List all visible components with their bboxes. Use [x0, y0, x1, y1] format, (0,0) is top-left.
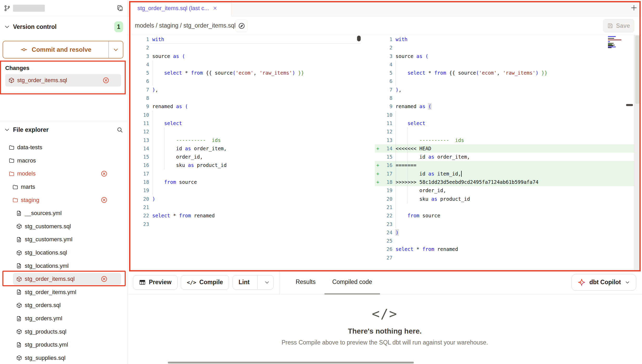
file-tree-item-marts[interactable]: marts — [0, 180, 127, 194]
file-tree-item--sources-yml[interactable]: __sources.yml — [0, 207, 127, 220]
code-line-20[interactable]: 20 sku as product_id — [375, 195, 634, 203]
commit-and-resolve-button[interactable]: Commit and resolve — [3, 41, 123, 58]
code-line-21[interactable]: 21 — [129, 203, 360, 211]
code-line-18[interactable]: +18>>>>>>> 58c1dd23d5eebd9cd2495fa7124ab… — [375, 178, 634, 186]
file-tree-item-data-tests[interactable]: data-tests — [0, 141, 127, 154]
file-tree-item-macros[interactable]: macros — [0, 154, 127, 167]
file-tree-item-stg-customers-sql[interactable]: stg_customers.sql — [0, 220, 127, 233]
dbt-copilot-button[interactable]: dbt Copilot — [571, 274, 636, 291]
file-tree-item-staging[interactable]: staging — [0, 193, 127, 207]
compile-button[interactable]: </> Compile — [181, 275, 229, 290]
code-line-3[interactable]: 3source as ( — [375, 52, 634, 60]
tab-results[interactable]: Results — [289, 270, 322, 294]
tab-compiled-code[interactable]: Compiled code — [325, 270, 380, 294]
diff-left-pane[interactable]: 1with23source as (45 select * from {{ so… — [129, 35, 360, 270]
save-button[interactable]: Save — [603, 19, 634, 32]
code-line-5[interactable]: 5 select * from {{ source('ecom', 'raw_i… — [129, 69, 360, 77]
horizontal-scrollbar[interactable] — [168, 362, 414, 363]
code-line-27[interactable]: 27 — [375, 254, 634, 262]
discard-circle-x-icon[interactable] — [101, 197, 107, 203]
file-tree-item-models[interactable]: models — [0, 167, 127, 180]
file-tree-item-stg-products-sql[interactable]: stg_products.sql — [0, 325, 127, 338]
navigate-button[interactable] — [235, 20, 248, 32]
compile-label: Compile — [199, 279, 223, 286]
code-line-17[interactable]: 17 — [129, 170, 360, 178]
code-line-22[interactable]: 22select * from renamed — [129, 211, 360, 220]
code-line-12[interactable]: 12 — [375, 127, 634, 136]
code-line-3[interactable]: 3source as ( — [129, 52, 360, 60]
scrollbar-handle[interactable] — [626, 104, 633, 106]
code-line-9[interactable]: 9renamed as ( — [129, 102, 360, 110]
code-line-13[interactable]: 13 ---------- ids — [375, 136, 634, 144]
left-pane-scrollbar[interactable] — [357, 36, 361, 41]
code-line-15[interactable]: 15 id as order_item, — [375, 153, 634, 161]
table-icon — [139, 279, 146, 286]
code-line-17[interactable]: +17 id as item_id, — [375, 170, 634, 178]
code-line-23[interactable]: 23 — [129, 220, 360, 228]
diff-added-marker: + — [375, 144, 380, 153]
lint-button[interactable]: Lint — [233, 275, 274, 290]
code-line-6[interactable]: 6 — [375, 77, 634, 85]
commit-dropdown-button[interactable] — [109, 41, 123, 58]
file-tree-item-stg-order-items-sql[interactable]: stg_order_items.sql — [0, 272, 127, 286]
code-line-7[interactable]: 7), — [375, 86, 634, 94]
close-icon[interactable] — [213, 6, 218, 11]
copy-icon[interactable] — [117, 5, 123, 11]
results-toolbar: Preview </> Compile Lint Results Compile… — [128, 270, 642, 294]
search-icon[interactable] — [117, 127, 123, 133]
discard-circle-x-icon[interactable] — [101, 170, 107, 177]
file-tree-item-stg-products-yml[interactable]: stg_products.yml — [0, 338, 127, 352]
code-line-20[interactable]: 20) — [129, 195, 360, 203]
changes-title: Changes — [5, 65, 121, 72]
file-explorer-header[interactable]: File explorer — [0, 123, 127, 136]
code-line-24[interactable]: 24) — [375, 228, 634, 237]
code-line-19[interactable]: 19 order_id, — [375, 186, 634, 194]
file-tree-item-stg-orders-yml[interactable]: stg_orders.yml — [0, 312, 127, 325]
discard-circle-x-icon[interactable] — [101, 276, 107, 282]
code-line-1[interactable]: 1with — [129, 35, 360, 43]
code-line-11[interactable]: 11 select — [129, 119, 360, 127]
code-line-10[interactable]: 10 — [375, 111, 634, 119]
code-line-4[interactable]: 4 — [375, 60, 634, 69]
code-line-19[interactable]: 19 — [129, 186, 360, 194]
file-tree-item-stg-supplies-sql[interactable]: stg_supplies.sql — [0, 352, 127, 364]
code-line-8[interactable]: 8 — [129, 94, 360, 102]
diff-right-pane[interactable]: 1with23source as (45 select * from {{ so… — [375, 35, 634, 270]
code-line-10[interactable]: 10 — [129, 111, 360, 119]
code-line-23[interactable]: 23 — [375, 220, 634, 228]
code-line-7[interactable]: 7), — [129, 86, 360, 94]
code-line-16[interactable]: +16======= — [375, 161, 634, 169]
preview-button[interactable]: Preview — [133, 275, 177, 290]
file-tree-item-stg-locations-yml[interactable]: stg_locations.yml — [0, 259, 127, 272]
file-tree-item-stg-order-items-yml[interactable]: stg_order_items.yml — [0, 286, 127, 299]
minimap — [607, 36, 625, 48]
code-line-9[interactable]: 9renamed as ( — [375, 102, 634, 110]
version-control-header[interactable]: Version control 1 — [0, 20, 127, 34]
tab-stg-order-items[interactable]: stg_order_items.sql (last c... — [129, 0, 231, 16]
file-name: __sources.yml — [25, 210, 62, 217]
code-line-22[interactable]: 22 from source — [375, 211, 634, 220]
new-tab-plus-icon[interactable] — [630, 4, 638, 12]
diff-added-marker — [375, 136, 380, 144]
file-tree-item-stg-customers-yml[interactable]: stg_customers.yml — [0, 233, 127, 246]
code-line-1[interactable]: 1with — [375, 35, 634, 43]
code-line-14[interactable]: +14<<<<<<< HEAD — [375, 144, 634, 153]
code-line-8[interactable]: 8 — [375, 94, 634, 102]
code-line-6[interactable]: 6 — [129, 77, 360, 85]
file-tree-item-stg-orders-sql[interactable]: stg_orders.sql — [0, 299, 127, 312]
right-pane-scrollbar[interactable] — [634, 35, 641, 270]
file-tree-item-stg-locations-sql[interactable]: stg_locations.sql — [0, 246, 127, 259]
changed-file-row[interactable]: stg_order_items.sql — [5, 74, 121, 87]
code-line-21[interactable]: 21 — [375, 203, 634, 211]
code-line-18[interactable]: 18 from source — [129, 178, 360, 186]
code-line-2[interactable]: 2 — [129, 43, 360, 52]
code-line-2[interactable]: 2 — [375, 43, 634, 52]
code-line-25[interactable]: 25 — [375, 237, 634, 245]
code-line-5[interactable]: 5 select * from {{ source('ecom', 'raw_i… — [375, 69, 634, 77]
code-line-11[interactable]: 11 select — [375, 119, 634, 127]
git-branch-icon — [4, 5, 10, 11]
code-line-26[interactable]: 26select * from renamed — [375, 245, 634, 253]
lint-dropdown-button[interactable] — [261, 280, 273, 285]
discard-circle-x-icon[interactable] — [103, 77, 109, 84]
code-line-4[interactable]: 4 — [129, 60, 360, 69]
